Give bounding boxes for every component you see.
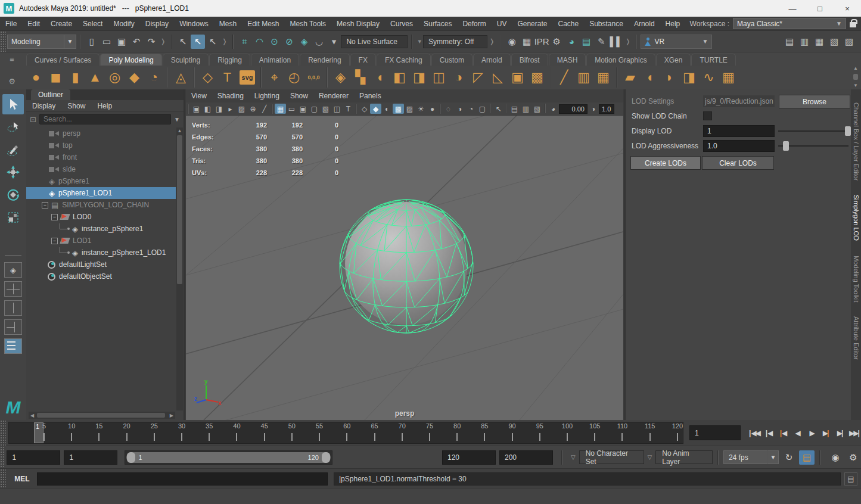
safe-title-icon[interactable]: T <box>343 104 354 114</box>
menu-file[interactable]: File <box>0 17 22 31</box>
toggle-modeling-toolkit-icon[interactable]: ▤ <box>782 35 797 49</box>
menu-deform[interactable]: Deform <box>457 17 491 31</box>
scale-tool[interactable] <box>2 207 24 228</box>
panel-menu-show[interactable]: Show <box>285 92 313 100</box>
redo-icon[interactable]: ↷ <box>144 35 158 49</box>
gamma-field[interactable] <box>599 104 614 114</box>
shelf-tab-bifrost[interactable]: Bifrost <box>511 54 548 66</box>
menu-mesh-tools[interactable]: Mesh Tools <box>285 17 331 31</box>
select-object-icon[interactable]: ↖ <box>191 35 205 49</box>
mirror-icon[interactable]: ◑ <box>449 67 468 88</box>
scroll-up-icon[interactable]: ▲ <box>853 66 858 71</box>
snapshot-icon[interactable]: ▧ <box>531 104 543 114</box>
make-live-icon[interactable]: ◈ <box>297 35 311 49</box>
menu-select[interactable]: Select <box>77 17 108 31</box>
range-bar-grip[interactable] <box>0 446 5 468</box>
toggle-tool-settings-icon[interactable]: ▨ <box>842 35 856 49</box>
panel-menu-panels[interactable]: Panels <box>354 92 387 100</box>
paint-select-tool[interactable] <box>2 139 24 160</box>
insert-edge-loop-icon[interactable]: ▥ <box>574 67 593 88</box>
outliner-menu-show[interactable]: Show <box>61 102 91 110</box>
tear-off-copy-icon[interactable]: ▤ <box>509 104 520 114</box>
menu-surfaces[interactable]: Surfaces <box>418 17 457 31</box>
uv-spherical-map-icon[interactable]: ◗ <box>660 67 679 88</box>
combine-icon[interactable]: ◈ <box>331 67 350 88</box>
shelf-tab-rigging[interactable]: Rigging <box>209 54 250 66</box>
playblast-button[interactable]: ▤ <box>799 450 815 465</box>
clear-lods-button[interactable]: Clear LODs <box>702 156 774 170</box>
bookmark-icon[interactable]: ▸ <box>225 104 236 114</box>
outliner-item-lod1[interactable]: −▶LOD1 <box>26 235 176 247</box>
shelf-gear-icon[interactable]: ⚙ <box>8 77 15 86</box>
panel-menu-renderer[interactable]: Renderer <box>313 92 354 100</box>
lasso-tool[interactable] <box>2 117 24 137</box>
outliner-item-instance-psphere1[interactable]: ◈instance_pSphere1 <box>26 223 176 235</box>
outliner-item-instance-psphere1-lod1[interactable]: ◈instance_pSphere1_LOD1 <box>26 247 176 259</box>
panel-tab-modeling-toolkit[interactable]: Modeling Toolkit <box>851 251 861 307</box>
paint-effects-icon[interactable]: ✎ <box>594 35 608 49</box>
shelf-scrollbar[interactable]: ▲ ▼ <box>851 66 860 88</box>
command-line-grip[interactable] <box>0 469 6 489</box>
scroll-up-icon[interactable]: ▲ <box>176 127 183 135</box>
select-hierarchy-icon[interactable]: ↖ <box>176 35 190 49</box>
panel-menu-lighting[interactable]: Lighting <box>249 92 285 100</box>
step-back-key-button[interactable]: |◀ <box>776 425 789 441</box>
outliner-menu-help[interactable]: Help <box>91 102 118 110</box>
xray-icon[interactable]: ◌ <box>443 104 454 114</box>
go-to-start-button[interactable]: |◀◀ <box>748 425 761 441</box>
bounding-box-icon[interactable]: ▣ <box>508 67 527 88</box>
select-camera-icon[interactable]: ▣ <box>191 104 202 114</box>
safe-action-icon[interactable]: ◫ <box>331 104 343 114</box>
poly-cylinder-icon[interactable]: ▮ <box>66 67 85 88</box>
open-scene-icon[interactable]: ▭ <box>100 35 114 49</box>
shadows-icon[interactable]: ● <box>427 104 438 114</box>
live-surface-field[interactable]: No Live Surface <box>341 35 408 48</box>
menu-windows[interactable]: Windows <box>174 17 214 31</box>
layout-two-pane[interactable] <box>4 300 22 316</box>
toggle-humanik-icon[interactable]: ▥ <box>797 35 812 49</box>
toggle-channel-box-icon[interactable]: ▦ <box>812 35 826 49</box>
menu-display[interactable]: Display <box>140 17 174 31</box>
menu-mesh-display[interactable]: Mesh Display <box>331 17 385 31</box>
group-collapse-arrow[interactable]: ❭ <box>625 38 630 45</box>
symmetry-field[interactable]: Symmetry: Off <box>423 35 487 48</box>
layout-four-pane[interactable] <box>4 281 22 297</box>
poly-plane-icon[interactable]: ◆ <box>125 67 144 88</box>
field-chart-icon[interactable]: ▧ <box>320 104 331 114</box>
current-frame-field[interactable] <box>689 425 741 440</box>
shelf-tab-poly-modeling[interactable]: Poly Modeling <box>100 54 161 66</box>
lock-camera-icon[interactable]: ◧ <box>202 104 213 114</box>
open-render-view-icon[interactable]: ◉ <box>505 35 519 49</box>
maximize-button[interactable]: □ <box>806 0 834 17</box>
step-forward-frame-button[interactable]: ▶| <box>834 425 847 441</box>
render-setup-icon[interactable]: ▤ <box>579 35 593 49</box>
browse-button[interactable]: Browse <box>779 95 850 108</box>
shelf-tab-fx-caching[interactable]: FX Caching <box>377 54 431 66</box>
animation-start-field[interactable] <box>7 450 60 465</box>
layout-outliner-persp[interactable] <box>4 338 22 354</box>
shelf-tab-mash[interactable]: MASH <box>549 54 586 66</box>
shelf-tab-curves-surfaces[interactable]: Curves / Surfaces <box>26 54 100 66</box>
scroll-left-icon[interactable]: ◀ <box>29 413 36 418</box>
reduce-icon[interactable]: ◸ <box>468 67 488 88</box>
reset-transform-icon[interactable]: 0,0,0 <box>304 67 324 88</box>
playback-loop-icon[interactable]: ↻ <box>781 450 797 465</box>
light-editor-icon[interactable]: ◕ <box>564 35 579 49</box>
smooth-shade-icon[interactable]: ◆ <box>370 104 381 114</box>
minimize-button[interactable]: — <box>779 0 806 17</box>
gamma-icon[interactable]: ◑ <box>588 104 599 114</box>
tree-expander-icon[interactable]: − <box>42 202 48 209</box>
outliner-item-psphere1-lod1[interactable]: ◈pSphere1_LOD1 <box>26 187 176 199</box>
shelf-tab-sculpting[interactable]: Sculpting <box>163 54 209 66</box>
exposure-field[interactable] <box>559 104 588 114</box>
move-tool[interactable] <box>2 162 24 182</box>
range-slider[interactable]: 1 120 <box>125 450 332 465</box>
shelf-tab-xgen[interactable]: XGen <box>656 54 691 66</box>
step-forward-key-button[interactable]: ▶| <box>819 425 832 441</box>
shelf-tab-rendering[interactable]: Rendering <box>300 54 349 66</box>
lod-aggressiveness-slider[interactable] <box>778 145 848 147</box>
outliner-item-top[interactable]: top <box>26 139 176 151</box>
outliner-item-front[interactable]: front <box>26 151 176 163</box>
menu-cache[interactable]: Cache <box>552 17 584 31</box>
render-settings-icon[interactable]: ⚙ <box>549 35 564 49</box>
